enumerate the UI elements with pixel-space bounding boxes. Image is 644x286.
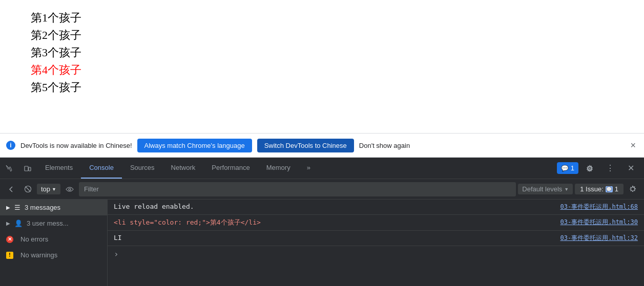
list-icon: ☰ [14,204,20,211]
expand-icon: ▶ [6,205,10,210]
sidebar-item-errors[interactable]: ✕ No errors [0,231,107,247]
switch-to-chinese-button[interactable]: Switch DevTools to Chinese [257,139,354,152]
svg-rect-0 [25,166,28,171]
tab-elements[interactable]: Elements [37,158,81,179]
settings-gear-icon[interactable] [580,159,599,178]
sidebar-errors-label: No errors [20,235,48,243]
console-sidebar: ▶ ☰ 3 messages ▶ 👤 3 user mess... ✕ No e… [0,200,108,286]
svg-point-4 [69,188,71,190]
dont-show-again-button[interactable]: Don't show again [359,142,410,149]
issue-count: 1 [615,185,618,193]
prompt-icon: › [114,249,119,259]
console-area: ▶ ☰ 3 messages ▶ 👤 3 user mess... ✕ No e… [0,200,644,286]
list-item-red: 第4个孩子 [31,62,613,78]
log-entry-left: <li style="color: red;">第4个孩子</li> [114,218,554,227]
issue-chat-icon: 💬 [606,186,613,192]
log-text: <li style="color: red;">第4个孩子</li> [114,218,554,227]
log-entry-left: LI [114,234,554,241]
tab-more[interactable]: » [299,158,319,179]
notification-close-button[interactable]: × [628,138,638,153]
badge-count: 1 [571,164,574,172]
log-text: Live reload enabled. [114,203,554,210]
tab-performance[interactable]: Performance [203,158,258,179]
levels-chevron-icon: ▼ [564,187,569,192]
tab-network[interactable]: Network [163,158,204,179]
context-selector[interactable]: top ▼ [37,184,60,194]
chat-badge-button[interactable]: 💬 1 [557,162,578,174]
more-options-icon[interactable]: ⋮ [601,159,619,178]
console-back-icon[interactable] [4,182,18,196]
live-expressions-icon[interactable] [63,182,77,196]
console-settings-icon[interactable] [626,182,640,196]
always-match-language-button[interactable]: Always match Chrome's language [137,139,252,152]
devtools-toolbar: Elements Console Sources Network Perform… [0,158,644,179]
log-source-link[interactable]: 03-事件委托运用.html:30 [560,218,638,227]
list-item: 第2个孩子 [31,28,613,43]
console-prompt: › [108,246,644,262]
log-entry: Live reload enabled. 03-事件委托运用.html:68 [108,200,644,215]
log-entry: <li style="color: red;">第4个孩子</li> 03-事件… [108,215,644,231]
error-icon: ✕ [6,236,13,243]
device-toolbar-icon[interactable] [18,159,37,178]
tab-memory[interactable]: Memory [258,158,299,179]
info-icon: i [6,141,15,150]
tab-sources[interactable]: Sources [122,158,163,179]
sidebar-item-warnings[interactable]: ! No warnings [0,247,107,263]
inspect-element-icon[interactable] [0,159,18,178]
context-label: top [41,185,50,193]
sidebar-warnings-label: No warnings [20,251,57,259]
user-icon: 👤 [14,219,23,227]
log-text: LI [114,234,554,241]
sidebar-item-user-messages[interactable]: ▶ 👤 3 user mess... [0,215,107,231]
log-source-link[interactable]: 03-事件委托运用.html:32 [560,234,638,243]
sidebar-messages-label: 3 messages [25,204,60,211]
console-log: Live reload enabled. 03-事件委托运用.html:68 <… [108,200,644,286]
list-item: 第1个孩子 [31,10,613,26]
filter-input[interactable] [79,182,516,196]
webpage-content: 第1个孩子 第2个孩子 第3个孩子 第4个孩子 第5个孩子 [0,0,644,133]
list-item: 第5个孩子 [31,80,613,95]
expand-icon: ▶ [6,221,10,226]
log-entry-left: Live reload enabled. [114,203,554,210]
chat-icon: 💬 [561,165,569,172]
sidebar-user-label: 3 user mess... [27,219,69,227]
tab-console[interactable]: Console [81,158,122,179]
chevron-down-icon: ▼ [52,187,56,192]
close-devtools-icon[interactable]: ✕ [621,159,640,178]
clear-console-icon[interactable] [20,182,35,196]
list-container: 第1个孩子 第2个孩子 第3个孩子 第4个孩子 第5个孩子 [31,10,613,95]
toolbar-right-actions: 💬 1 ⋮ ✕ [557,159,644,178]
devtools-notification-bar: i DevTools is now available in Chinese! … [0,133,644,158]
log-level-selector[interactable]: Default levels ▼ [518,184,573,194]
list-item: 第3个孩子 [31,45,613,60]
warning-icon: ! [6,252,13,259]
sidebar-item-messages[interactable]: ▶ ☰ 3 messages [0,200,107,215]
default-levels-label: Default levels [522,185,562,193]
issues-counter-button[interactable]: 1 Issue: 💬 1 [575,184,624,194]
log-source-link[interactable]: 03-事件委托运用.html:68 [560,203,638,211]
console-filter-bar: top ▼ Default levels ▼ 1 Issue: 💬 1 [0,179,644,200]
issue-label: 1 Issue: [580,185,604,193]
log-entry: LI 03-事件委托运用.html:32 [108,231,644,246]
svg-line-3 [25,187,30,192]
devtools-tabs: Elements Console Sources Network Perform… [37,158,557,179]
notification-message: DevTools is now available in Chinese! [20,142,132,149]
svg-rect-1 [29,167,31,171]
